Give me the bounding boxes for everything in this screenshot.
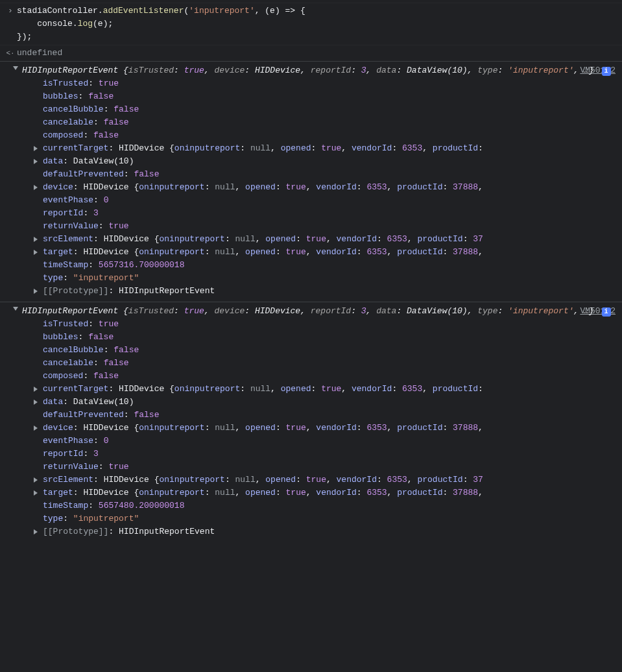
property-row[interactable]: cancelBubble: false xyxy=(34,344,618,357)
property-row[interactable]: eventPhase: 0 xyxy=(34,194,618,207)
expand-toggle-icon[interactable] xyxy=(34,477,38,483)
property-row[interactable]: srcElement: HIDDevice {oninputreport: nu… xyxy=(34,474,618,486)
prop-value: true xyxy=(108,462,128,472)
object-class: HIDDevice xyxy=(104,475,154,485)
property-row[interactable]: timeStamp: 5657316.700000018 xyxy=(34,259,618,272)
prop-key: [[Prototype]] xyxy=(43,527,108,536)
info-icon[interactable]: i xyxy=(602,67,611,76)
expand-toggle-icon[interactable] xyxy=(34,289,38,294)
prop-key: bubbles xyxy=(43,91,78,101)
prop-key: data xyxy=(43,156,63,166)
property-row[interactable]: currentTarget: HIDDevice {oninputreport:… xyxy=(34,383,618,396)
prop-value: false xyxy=(134,169,159,179)
prop-key: cancelable xyxy=(43,358,93,368)
property-row[interactable]: isTrusted: true xyxy=(34,77,618,90)
console-return-row: <· undefined xyxy=(0,45,622,61)
code-variable: stadiaController xyxy=(17,6,98,16)
property-row[interactable]: cancelable: false xyxy=(34,357,618,370)
console-input-row[interactable]: › stadiaController.addEventListener('inp… xyxy=(0,3,622,45)
prompt-icon: › xyxy=(4,5,17,18)
return-value: undefined xyxy=(17,47,618,60)
property-row[interactable]: target: HIDDevice {oninputreport: null, … xyxy=(34,246,618,259)
property-row[interactable]: [[Prototype]]: HIDInputReportEvent xyxy=(34,525,618,538)
expand-toggle-icon[interactable] xyxy=(34,387,38,392)
info-icon[interactable]: i xyxy=(602,307,611,317)
property-row[interactable]: bubbles: false xyxy=(34,331,618,344)
property-row[interactable]: composed: false xyxy=(34,129,618,142)
property-row[interactable]: device: HIDDevice {oninputreport: null, … xyxy=(34,422,618,435)
expand-toggle-icon[interactable] xyxy=(34,237,38,242)
expand-toggle-icon[interactable] xyxy=(34,426,38,431)
prop-key: defaultPrevented xyxy=(43,169,124,179)
property-list: isTrusted: truebubbles: falsecancelBubbl… xyxy=(22,77,618,298)
expand-toggle-icon[interactable] xyxy=(34,159,38,164)
property-list: isTrusted: truebubbles: falsecancelBubbl… xyxy=(22,318,618,538)
prop-key: target xyxy=(43,488,73,498)
property-row[interactable]: reportId: 3 xyxy=(34,448,618,461)
property-row[interactable]: cancelBubble: false xyxy=(34,103,618,116)
prop-value: 5657480.200000018 xyxy=(99,501,185,510)
expand-toggle-icon[interactable] xyxy=(34,529,38,534)
prop-value: 3 xyxy=(93,208,99,218)
property-row[interactable]: composed: false xyxy=(34,370,618,383)
prop-key: cancelBubble xyxy=(43,345,104,355)
property-row[interactable]: returnValue: true xyxy=(34,220,618,233)
prop-value: false xyxy=(93,130,119,140)
code-string: 'inputreport' xyxy=(189,6,254,16)
property-row[interactable]: cancelable: false xyxy=(34,116,618,129)
property-row[interactable]: defaultPrevented: false xyxy=(34,409,618,422)
object-class: HIDDevice xyxy=(83,488,134,498)
property-row[interactable]: data: DataView(10) xyxy=(34,155,618,168)
prop-value: 0 xyxy=(104,195,109,205)
object-class: HIDDevice xyxy=(119,143,169,153)
prop-key: data xyxy=(43,397,63,407)
prop-key: reportId xyxy=(43,208,83,218)
property-row[interactable]: device: HIDDevice {oninputreport: null, … xyxy=(34,181,618,194)
prop-key: device xyxy=(43,182,73,192)
object-class: HIDDevice xyxy=(119,384,169,394)
expand-toggle-icon[interactable] xyxy=(34,400,38,405)
prop-key: srcElement xyxy=(43,475,93,485)
property-row[interactable]: reportId: 3 xyxy=(34,207,618,220)
property-row[interactable]: isTrusted: true xyxy=(34,318,618,331)
property-row[interactable]: [[Prototype]]: HIDInputReportEvent xyxy=(34,285,618,298)
prop-key: timeStamp xyxy=(43,260,88,270)
property-row[interactable]: data: DataView(10) xyxy=(34,396,618,409)
property-row[interactable]: type: "inputreport" xyxy=(34,512,618,525)
expand-toggle-icon[interactable] xyxy=(34,146,38,151)
prop-value: HIDInputReportEvent xyxy=(119,527,215,536)
prop-value: true xyxy=(99,319,119,329)
object-summary[interactable]: HIDInputReportEvent {isTrusted: true, de… xyxy=(22,305,618,318)
prop-key: isTrusted xyxy=(43,78,88,88)
prop-value: true xyxy=(99,78,119,88)
property-row[interactable]: type: "inputreport" xyxy=(34,272,618,285)
expand-toggle-icon[interactable] xyxy=(13,307,18,311)
prop-value: false xyxy=(93,371,119,381)
prop-value: false xyxy=(114,104,139,114)
console-panel: › stadiaController.addEventListener('inp… xyxy=(0,0,622,545)
property-row[interactable]: target: HIDDevice {oninputreport: null, … xyxy=(34,486,618,499)
expand-toggle-icon[interactable] xyxy=(34,490,38,496)
prop-key: defaultPrevented xyxy=(43,410,124,420)
prop-key: isTrusted xyxy=(43,319,88,329)
prop-key: srcElement xyxy=(43,234,93,244)
prop-value: false xyxy=(88,91,114,101)
property-row[interactable]: bubbles: false xyxy=(34,90,618,103)
prop-key: cancelBubble xyxy=(43,104,104,114)
expand-toggle-icon[interactable] xyxy=(34,250,38,255)
prop-key: currentTarget xyxy=(43,384,108,394)
object-class: HIDDevice xyxy=(83,423,134,433)
prop-key: cancelable xyxy=(43,117,93,127)
property-row[interactable]: timeStamp: 5657480.200000018 xyxy=(34,499,618,512)
property-row[interactable]: returnValue: true xyxy=(34,461,618,474)
prop-value: "inputreport" xyxy=(73,514,139,523)
property-row[interactable]: defaultPrevented: false xyxy=(34,168,618,181)
property-row[interactable]: currentTarget: HIDDevice {oninputreport:… xyxy=(34,142,618,155)
expand-toggle-icon[interactable] xyxy=(34,185,38,190)
prop-key: type xyxy=(43,273,63,283)
property-row[interactable]: srcElement: HIDDevice {oninputreport: nu… xyxy=(34,233,618,246)
prop-value: 0 xyxy=(104,436,109,446)
expand-toggle-icon[interactable] xyxy=(13,66,18,70)
property-row[interactable]: eventPhase: 0 xyxy=(34,435,618,448)
object-summary[interactable]: HIDInputReportEvent {isTrusted: true, de… xyxy=(22,64,618,77)
